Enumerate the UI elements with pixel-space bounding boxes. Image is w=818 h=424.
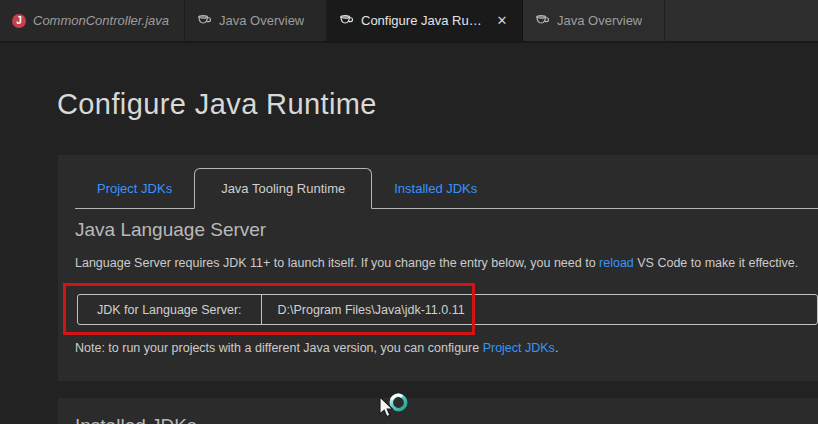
tab-project-jdks[interactable]: Project JDKs — [75, 168, 194, 208]
jdk-path-value[interactable]: D:\Program Files\Java\jdk-11.0.11 — [262, 295, 481, 324]
java-file-icon: J — [12, 14, 26, 28]
note-text-before: Note: to run your projects with a differ… — [75, 341, 483, 355]
language-server-description: Language Server requires JDK 11+ to laun… — [75, 256, 815, 270]
tab-java-tooling-runtime[interactable]: Java Tooling Runtime — [194, 168, 372, 209]
note-text-after: . — [555, 341, 558, 355]
editor-tab-label: Java Overview — [219, 13, 304, 28]
installed-jdks-heading: Installed JDKs — [75, 415, 196, 424]
installed-jdks-panel: Installed JDKs — [58, 398, 818, 424]
reload-link[interactable]: reload — [599, 256, 634, 270]
jdk-field-label: JDK for Language Server: — [78, 295, 262, 324]
java-tooling-runtime-panel: Project JDKs Java Tooling Runtime Instal… — [58, 155, 818, 381]
close-icon[interactable]: ✕ — [494, 12, 510, 30]
editor-tab-bar: J CommonController.java Java Overview Co… — [0, 0, 818, 43]
description-text: VS Code to make it effective. — [634, 256, 798, 270]
vscode-window: J CommonController.java Java Overview Co… — [0, 0, 818, 424]
language-server-heading: Java Language Server — [75, 219, 266, 241]
description-text: Language Server requires JDK 11+ to laun… — [75, 256, 599, 270]
jdk-for-language-server-field[interactable]: JDK for Language Server: D:\Program File… — [77, 294, 818, 325]
editor-tab-label: CommonController.java — [33, 13, 169, 28]
editor-tab-java-overview-1[interactable]: Java Overview — [185, 0, 327, 41]
editor-tab-label: Configure Java Runtime — [361, 13, 487, 28]
page-title: Configure Java Runtime — [57, 88, 377, 121]
project-jdks-link[interactable]: Project JDKs — [483, 341, 555, 355]
tab-installed-jdks[interactable]: Installed JDKs — [372, 168, 499, 208]
editor-tab-configure-java-runtime[interactable]: Configure Java Runtime ✕ — [327, 0, 523, 41]
editor-tab-java-overview-2[interactable]: Java Overview — [523, 0, 665, 41]
editor-tab-label: Java Overview — [557, 13, 642, 28]
java-cup-icon — [197, 13, 212, 28]
note-text: Note: to run your projects with a differ… — [75, 341, 815, 355]
editor-tab-commoncontroller[interactable]: J CommonController.java — [0, 0, 185, 41]
mouse-cursor — [378, 396, 395, 420]
runtime-tab-strip: Project JDKs Java Tooling Runtime Instal… — [75, 168, 818, 209]
java-cup-icon — [535, 13, 550, 28]
java-cup-icon — [339, 13, 354, 28]
